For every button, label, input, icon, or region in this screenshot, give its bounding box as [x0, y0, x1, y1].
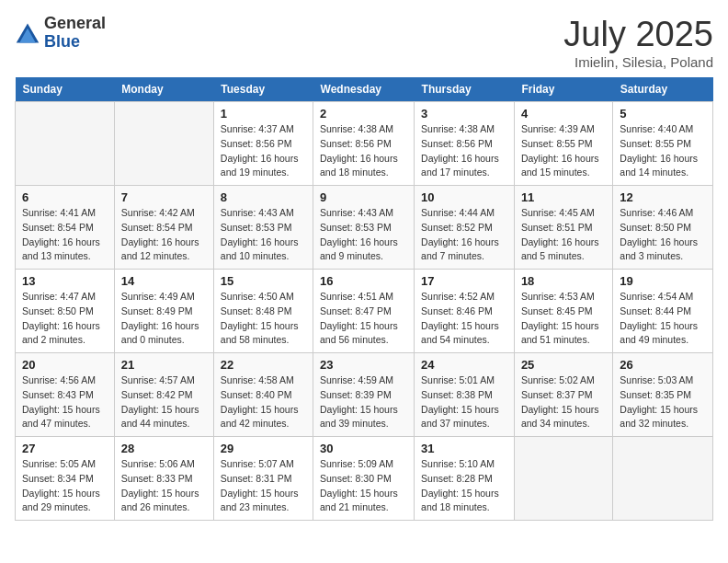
day-number: 9: [320, 190, 407, 204]
weekday-header: Tuesday: [213, 77, 313, 102]
day-number: 6: [22, 190, 108, 204]
calendar-cell: 5Sunrise: 4:40 AM Sunset: 8:55 PM Daylig…: [613, 102, 713, 186]
day-detail: Sunrise: 4:43 AM Sunset: 8:53 PM Dayligh…: [320, 206, 407, 264]
day-number: 3: [421, 107, 507, 121]
weekday-header: Sunday: [16, 77, 115, 102]
day-number: 24: [421, 358, 507, 372]
calendar-cell: 7Sunrise: 4:42 AM Sunset: 8:54 PM Daylig…: [114, 186, 213, 270]
month-title: July 2025: [563, 15, 713, 54]
calendar-cell: 28Sunrise: 5:06 AM Sunset: 8:33 PM Dayli…: [114, 437, 213, 521]
day-number: 8: [221, 190, 306, 204]
calendar-cell: 17Sunrise: 4:52 AM Sunset: 8:46 PM Dayli…: [415, 270, 515, 353]
day-detail: Sunrise: 5:05 AM Sunset: 8:34 PM Dayligh…: [22, 457, 108, 515]
day-number: 12: [620, 190, 706, 204]
calendar-cell: 22Sunrise: 4:58 AM Sunset: 8:40 PM Dayli…: [213, 353, 313, 437]
day-detail: Sunrise: 5:06 AM Sunset: 8:33 PM Dayligh…: [121, 457, 207, 515]
calendar-cell: 4Sunrise: 4:39 AM Sunset: 8:55 PM Daylig…: [514, 102, 612, 186]
calendar-cell: 23Sunrise: 4:59 AM Sunset: 8:39 PM Dayli…: [313, 353, 415, 437]
day-number: 22: [221, 358, 306, 372]
day-number: 20: [22, 358, 108, 372]
day-detail: Sunrise: 4:45 AM Sunset: 8:51 PM Dayligh…: [521, 206, 606, 264]
weekday-header: Saturday: [613, 77, 713, 102]
calendar-cell: 14Sunrise: 4:49 AM Sunset: 8:49 PM Dayli…: [114, 270, 213, 353]
day-detail: Sunrise: 5:02 AM Sunset: 8:37 PM Dayligh…: [521, 373, 606, 431]
calendar-cell: 10Sunrise: 4:44 AM Sunset: 8:52 PM Dayli…: [415, 186, 515, 270]
calendar-cell: [114, 102, 213, 186]
day-number: 5: [620, 107, 706, 121]
day-number: 17: [421, 274, 507, 288]
day-number: 26: [620, 358, 706, 372]
day-number: 29: [221, 442, 306, 455]
day-detail: Sunrise: 4:41 AM Sunset: 8:54 PM Dayligh…: [22, 206, 108, 264]
calendar-cell: [16, 102, 115, 186]
day-number: 18: [521, 274, 606, 288]
day-detail: Sunrise: 4:54 AM Sunset: 8:44 PM Dayligh…: [620, 290, 706, 348]
calendar-cell: 8Sunrise: 4:43 AM Sunset: 8:53 PM Daylig…: [213, 186, 313, 270]
day-number: 19: [620, 274, 706, 288]
weekday-header: Wednesday: [313, 77, 415, 102]
day-number: 25: [521, 358, 606, 372]
title-block: July 2025 Imielin, Silesia, Poland: [563, 15, 713, 70]
logo-blue: Blue: [44, 33, 106, 52]
calendar-cell: 3Sunrise: 4:38 AM Sunset: 8:56 PM Daylig…: [415, 102, 515, 186]
weekday-header: Friday: [514, 77, 612, 102]
calendar-cell: 13Sunrise: 4:47 AM Sunset: 8:50 PM Dayli…: [16, 270, 115, 353]
day-detail: Sunrise: 4:39 AM Sunset: 8:55 PM Dayligh…: [521, 122, 606, 180]
day-number: 10: [421, 190, 507, 204]
day-detail: Sunrise: 5:10 AM Sunset: 8:28 PM Dayligh…: [421, 457, 507, 515]
day-detail: Sunrise: 4:46 AM Sunset: 8:50 PM Dayligh…: [620, 206, 706, 264]
day-number: 4: [521, 107, 606, 121]
day-detail: Sunrise: 4:44 AM Sunset: 8:52 PM Dayligh…: [421, 206, 507, 264]
week-row: 13Sunrise: 4:47 AM Sunset: 8:50 PM Dayli…: [16, 270, 713, 353]
day-detail: Sunrise: 4:37 AM Sunset: 8:56 PM Dayligh…: [221, 122, 306, 180]
week-row: 1Sunrise: 4:37 AM Sunset: 8:56 PM Daylig…: [16, 102, 713, 186]
day-number: 27: [22, 442, 108, 455]
calendar-cell: 18Sunrise: 4:53 AM Sunset: 8:45 PM Dayli…: [514, 270, 612, 353]
day-detail: Sunrise: 4:38 AM Sunset: 8:56 PM Dayligh…: [320, 122, 407, 180]
weekday-header: Thursday: [415, 77, 515, 102]
day-number: 21: [121, 358, 207, 372]
calendar-cell: 25Sunrise: 5:02 AM Sunset: 8:37 PM Dayli…: [514, 353, 612, 437]
week-row: 20Sunrise: 4:56 AM Sunset: 8:43 PM Dayli…: [16, 353, 713, 437]
day-number: 15: [221, 274, 306, 288]
day-detail: Sunrise: 5:09 AM Sunset: 8:30 PM Dayligh…: [320, 457, 407, 515]
day-number: 14: [121, 274, 207, 288]
day-number: 2: [320, 107, 407, 121]
calendar-cell: 31Sunrise: 5:10 AM Sunset: 8:28 PM Dayli…: [415, 437, 515, 521]
day-detail: Sunrise: 4:50 AM Sunset: 8:48 PM Dayligh…: [221, 290, 306, 348]
day-number: 23: [320, 358, 407, 372]
calendar-cell: 30Sunrise: 5:09 AM Sunset: 8:30 PM Dayli…: [313, 437, 415, 521]
calendar-cell: 26Sunrise: 5:03 AM Sunset: 8:35 PM Dayli…: [613, 353, 713, 437]
day-detail: Sunrise: 4:42 AM Sunset: 8:54 PM Dayligh…: [121, 206, 207, 264]
weekday-header: Monday: [114, 77, 213, 102]
calendar-cell: 27Sunrise: 5:05 AM Sunset: 8:34 PM Dayli…: [16, 437, 115, 521]
day-number: 31: [421, 442, 507, 455]
day-detail: Sunrise: 4:51 AM Sunset: 8:47 PM Dayligh…: [320, 290, 407, 348]
calendar: SundayMondayTuesdayWednesdayThursdayFrid…: [15, 77, 713, 521]
day-number: 16: [320, 274, 407, 288]
calendar-cell: 16Sunrise: 4:51 AM Sunset: 8:47 PM Dayli…: [313, 270, 415, 353]
day-detail: Sunrise: 4:53 AM Sunset: 8:45 PM Dayligh…: [521, 290, 606, 348]
day-detail: Sunrise: 5:01 AM Sunset: 8:38 PM Dayligh…: [421, 373, 507, 431]
calendar-cell: 2Sunrise: 4:38 AM Sunset: 8:56 PM Daylig…: [313, 102, 415, 186]
day-detail: Sunrise: 4:57 AM Sunset: 8:42 PM Dayligh…: [121, 373, 207, 431]
day-number: 30: [320, 442, 407, 455]
day-number: 1: [221, 107, 306, 121]
calendar-cell: 19Sunrise: 4:54 AM Sunset: 8:44 PM Dayli…: [613, 270, 713, 353]
calendar-cell: [613, 437, 713, 521]
day-number: 13: [22, 274, 108, 288]
day-number: 28: [121, 442, 207, 455]
calendar-cell: 1Sunrise: 4:37 AM Sunset: 8:56 PM Daylig…: [213, 102, 313, 186]
day-detail: Sunrise: 4:56 AM Sunset: 8:43 PM Dayligh…: [22, 373, 108, 431]
day-number: 11: [521, 190, 606, 204]
logo-text: General Blue: [44, 15, 106, 52]
logo: General Blue: [15, 15, 106, 52]
weekday-header-row: SundayMondayTuesdayWednesdayThursdayFrid…: [16, 77, 713, 102]
day-detail: Sunrise: 4:49 AM Sunset: 8:49 PM Dayligh…: [121, 290, 207, 348]
calendar-cell: 12Sunrise: 4:46 AM Sunset: 8:50 PM Dayli…: [613, 186, 713, 270]
day-detail: Sunrise: 4:58 AM Sunset: 8:40 PM Dayligh…: [221, 373, 306, 431]
calendar-cell: 6Sunrise: 4:41 AM Sunset: 8:54 PM Daylig…: [16, 186, 115, 270]
calendar-cell: 24Sunrise: 5:01 AM Sunset: 8:38 PM Dayli…: [415, 353, 515, 437]
calendar-cell: 15Sunrise: 4:50 AM Sunset: 8:48 PM Dayli…: [213, 270, 313, 353]
week-row: 6Sunrise: 4:41 AM Sunset: 8:54 PM Daylig…: [16, 186, 713, 270]
